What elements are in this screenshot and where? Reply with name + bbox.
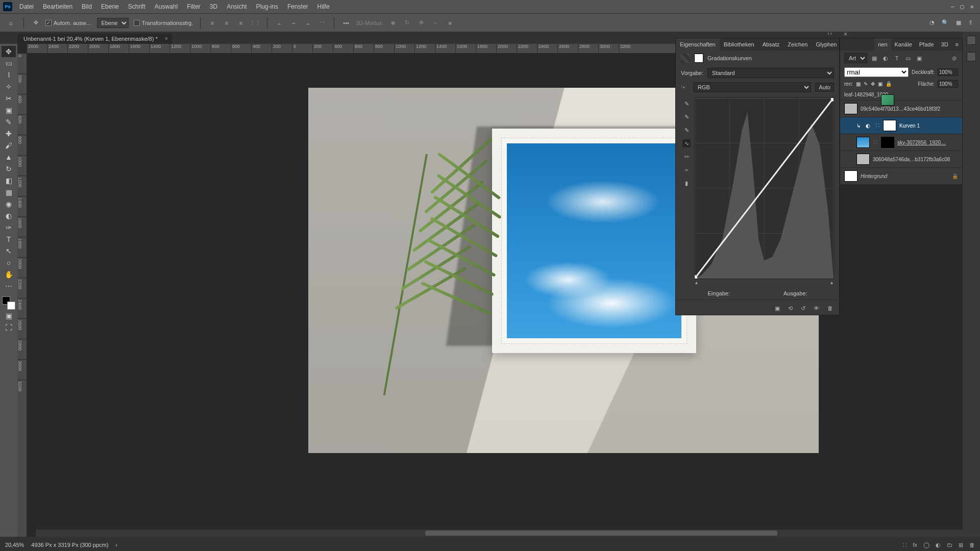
menu-filter[interactable]: Filter	[183, 1, 205, 12]
lock-position-icon[interactable]: ✥	[871, 81, 875, 87]
menu-auswahl[interactable]: Auswahl	[151, 1, 182, 12]
blend-mode-select[interactable]: rmal	[844, 67, 909, 77]
document-tab[interactable]: Unbenannt-1 bei 20,4% (Kurven 1, Ebenenm…	[17, 34, 172, 44]
window-maximize[interactable]: ▢	[961, 3, 964, 10]
filter-type-icon[interactable]: T	[893, 54, 901, 62]
canvas-h-scrollbar[interactable]	[36, 530, 963, 537]
tab-pfade[interactable]: Pfade	[916, 38, 938, 51]
quickmask-tool[interactable]: ▣	[2, 310, 16, 321]
doc-info-chevron[interactable]: ›	[115, 542, 117, 548]
hand-tool[interactable]: ✋	[2, 269, 16, 280]
path-select-tool[interactable]: ↖	[2, 245, 16, 257]
layer-row[interactable]: ⸬sky-3072856_1920…	[840, 134, 962, 151]
magic-wand-tool[interactable]: ✧	[2, 81, 16, 92]
filter-adj-icon[interactable]: ◐	[881, 54, 890, 62]
crop-tool[interactable]: ✂	[2, 93, 16, 104]
filter-toggle-icon[interactable]: ⊘	[950, 54, 958, 62]
home-icon[interactable]: ⌂	[5, 17, 16, 29]
panel-menu-icon[interactable]: ≡	[952, 38, 962, 51]
smooth-icon[interactable]: ≈	[682, 166, 691, 174]
align-top-icon[interactable]: ⫠	[275, 18, 284, 28]
draw-curve-icon[interactable]: ✏	[682, 153, 691, 161]
tab-eigenschaften[interactable]: Eigenschaften	[676, 38, 720, 51]
search-icon[interactable]: 🔍	[942, 19, 949, 26]
layer-row[interactable]: 09c540e4f70d13…43ce46bd18f3f2	[840, 101, 962, 117]
layer-mask-icon[interactable]	[694, 54, 703, 63]
blur-tool[interactable]: ◉	[2, 198, 16, 210]
lock-all-icon[interactable]: 🔒	[886, 81, 892, 87]
more-align-icon[interactable]: ⋯	[317, 18, 327, 28]
layer-row[interactable]: 306048a5746da…b3172fb3a6c08	[840, 151, 962, 168]
align-right-icon[interactable]: ≡	[236, 18, 246, 28]
window-close[interactable]: ✕	[970, 3, 974, 10]
swatches-panel-icon[interactable]	[967, 52, 976, 61]
preset-select[interactable]: Standard	[707, 68, 834, 78]
tab-ebenen[interactable]: nen	[874, 38, 891, 51]
auto-select-target[interactable]: Ebene	[97, 18, 129, 28]
panel-collapse-icon[interactable]: ‹‹	[827, 31, 833, 36]
menu-3d[interactable]: 3D	[206, 1, 222, 12]
lock-image-icon[interactable]: ✎	[864, 81, 868, 87]
history-brush-tool[interactable]: ↻	[2, 163, 16, 174]
tab-bibliotheken[interactable]: Bibliotheken	[720, 38, 758, 51]
screenmode-tool[interactable]: ⛶	[2, 322, 16, 333]
add-mask-icon[interactable]: ◯	[923, 542, 929, 548]
channel-select[interactable]: RGB	[693, 82, 811, 92]
layer-row[interactable]: Hintergrund🔒	[840, 168, 962, 185]
edit-toolbar[interactable]: ⋯	[2, 281, 16, 292]
targeted-adj-icon[interactable]: ☞	[681, 84, 689, 91]
menu-fenster[interactable]: Fenster	[283, 1, 312, 12]
filter-pixel-icon[interactable]: ▦	[870, 54, 878, 62]
curves-graph[interactable]	[694, 97, 834, 279]
toggle-visibility-icon[interactable]: 👁	[814, 305, 819, 312]
dodge-tool[interactable]: ◐	[2, 210, 16, 221]
black-slider[interactable]: ▲	[694, 280, 699, 285]
new-layer-icon[interactable]: ⊞	[959, 542, 963, 548]
marquee-tool[interactable]: ▭	[2, 58, 16, 69]
new-group-icon[interactable]: 🗀	[947, 542, 952, 548]
share-icon[interactable]: ⇪	[968, 19, 973, 26]
menu-bearbeiten[interactable]: Bearbeiten	[39, 1, 77, 12]
edit-points-icon[interactable]: ∿	[682, 139, 691, 147]
frame-tool[interactable]: ▣	[2, 105, 16, 116]
menu-ansicht[interactable]: Ansicht	[223, 1, 251, 12]
clip-to-layer-icon[interactable]: ▣	[775, 305, 780, 312]
lock-artboard-icon[interactable]: ▣	[878, 81, 883, 87]
menu-datei[interactable]: Datei	[15, 1, 38, 12]
type-tool[interactable]: T	[2, 234, 16, 245]
tab-absatz[interactable]: Absatz	[758, 38, 784, 51]
auto-button[interactable]: Auto	[815, 83, 834, 92]
color-panel-icon[interactable]	[967, 36, 976, 45]
pen-tool[interactable]: ✑	[2, 222, 16, 233]
menu-ebene[interactable]: Ebene	[97, 1, 123, 12]
delete-adj-icon[interactable]: 🗑	[827, 305, 833, 312]
close-tab-icon[interactable]: ×	[165, 36, 168, 41]
healing-tool[interactable]: ✚	[2, 128, 16, 139]
histogram-icon[interactable]: ▮	[682, 179, 691, 187]
align-vcenter-icon[interactable]: ⫟	[289, 18, 298, 28]
menu-bild[interactable]: Bild	[78, 1, 96, 12]
doc-info[interactable]: 4936 Px x 3319 Px (300 ppcm)	[31, 542, 108, 548]
align-bottom-icon[interactable]: ⫠	[303, 18, 312, 28]
sample-gray-icon[interactable]: ✎	[682, 113, 691, 121]
tab-zeichen[interactable]: Zeichen	[783, 38, 812, 51]
view-previous-icon[interactable]: ⟲	[788, 305, 793, 312]
filter-smart-icon[interactable]: ▣	[915, 54, 923, 62]
cloud-docs-icon[interactable]: ◔	[929, 19, 935, 26]
menu-hilfe[interactable]: Hilfe	[313, 1, 334, 12]
eraser-tool[interactable]: ◧	[2, 175, 16, 186]
align-hcenter-icon[interactable]: ≡	[222, 18, 231, 28]
gradient-tool[interactable]: ▦	[2, 187, 16, 198]
tab-3d[interactable]: 3D	[938, 38, 952, 51]
sample-white-icon[interactable]: ✎	[682, 126, 691, 134]
white-slider[interactable]: ▲	[829, 280, 834, 285]
auto-select-checkbox[interactable]: ✓Autom. ausw…	[45, 20, 92, 26]
align-left-icon[interactable]: ≡	[208, 18, 217, 28]
menu-schrift[interactable]: Schrift	[124, 1, 150, 12]
fg-bg-swatch[interactable]	[2, 296, 15, 310]
sample-black-icon[interactable]: ✎	[682, 99, 691, 108]
menu-plugins[interactable]: Plug-ins	[252, 1, 282, 12]
reset-icon[interactable]: ↺	[801, 305, 805, 312]
distribute-icon[interactable]: ⋮⋮	[251, 18, 260, 28]
workspace-icon[interactable]: ▦	[956, 19, 961, 26]
